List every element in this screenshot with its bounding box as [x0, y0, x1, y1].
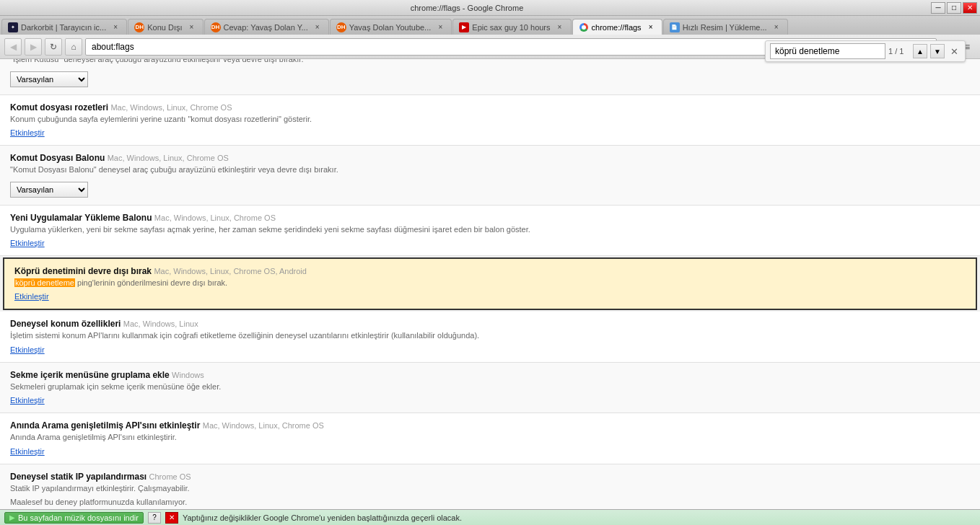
tab-darkorbit-label: Darkorbit | Tarayıcın ic... [21, 23, 106, 32]
flag-section-flag-yeni-uygulama: Yeni Uygulamalar Yükleme Balonu Mac, Win… [0, 206, 980, 256]
tab-hizliresim-close[interactable]: × [771, 22, 782, 32]
titlebar-title: chrome://flags - Google Chrome [3, 4, 931, 12]
tab-darkorbit[interactable]: ✦Darkorbit | Tarayıcın ic...× [1, 19, 127, 35]
titlebar-controls: ─ □ ✕ [931, 2, 977, 14]
flag-section-flag-aninda-arama: Anında Arama genişletilmiş API'sını etki… [0, 413, 980, 464]
flag-link-flag-komut-rozet[interactable]: Etkinleştir [10, 128, 45, 137]
flag-title-flag-komut-rozet: Komut dosyası rozetleri Mac, Windows, Li… [10, 102, 970, 112]
flag-desc-flag-komut-balon: "Komut Dosyası Balonu" deneysel araç çub… [10, 164, 970, 175]
tab-epicsax-label: Epic sax guy 10 hours [472, 23, 550, 32]
tabbar: ✦Darkorbit | Tarayıcın ic...×DHKonu Dışı… [0, 16, 980, 35]
tab-hizliresim[interactable]: 📄Hızlı Resim | Yükleme...× [663, 19, 788, 35]
reload-button[interactable]: ↻ [45, 38, 62, 56]
forward-button[interactable]: ▶ [25, 38, 42, 56]
flag-title-flag-kopru: Köprü denetimini devre dışı bırak Mac, W… [14, 266, 966, 276]
flag-link-flag-aninda-arama[interactable]: Etkinleştir [10, 447, 45, 456]
tab-flags-close[interactable]: × [646, 22, 656, 32]
play-icon: ▶ [9, 513, 15, 521]
tab-flags-favicon [579, 22, 589, 32]
tab-konudisi-close[interactable]: × [187, 22, 197, 32]
flag-section-flag-sekme-menu: Sekme içerik menüsüne gruplama ekle Wind… [0, 363, 980, 413]
flag-title-flag-konum: Deneysel konum özellikleri Mac, Windows,… [10, 319, 970, 329]
tab-yavas-label: Yavaş Dolan Youtube... [349, 23, 432, 32]
tab-hizliresim-favicon: 📄 [670, 22, 680, 32]
flag-link-flag-sekme-menu[interactable]: Etkinleştir [10, 396, 45, 405]
search-next-button[interactable]: ▼ [930, 44, 945, 58]
flag-title-flag-komut-balon: Komut Dosyası Balonu Mac, Windows, Linux… [10, 153, 970, 163]
flag-title-flag-yeni-uygulama: Yeni Uygulamalar Yükleme Balonu Mac, Win… [10, 213, 970, 223]
tab-flags-label: chrome://flags [592, 23, 642, 32]
tab-yavas-favicon: DH [336, 22, 346, 32]
search-input[interactable] [770, 43, 885, 59]
flag-desc-flag-komut-rozet: Konum çubuğunda sayfa eylemlerini yerine… [10, 114, 970, 125]
tab-yavas-close[interactable]: × [435, 22, 445, 32]
titlebar: chrome://flags - Google Chrome ─ □ ✕ [0, 0, 980, 16]
bottom-warning-text: Yaptığınız değişiklikler Google Chrome'u… [183, 513, 462, 522]
flag-desc-flag-sekme-menu: Sekmeleri gruplamak için sekme içerik me… [10, 381, 970, 392]
music-download-button[interactable]: ▶ Bu sayfadan müzik dosyasını indir [4, 512, 144, 524]
flag-select-flag-komut-balon[interactable]: VarsayılanEtkinleştirDevre dışı bırak [10, 182, 88, 198]
flag-section-flag-statik-ip: Deneysel statik IP yapılandırması Chrome… [0, 464, 980, 509]
music-btn-label: Bu sayfadan müzik dosyasını indir [18, 513, 139, 522]
flag-desc-line-flag-statik-ip: Statik IP yapılandırmayı etkinleştirir. … [10, 483, 970, 494]
tab-cevap-close[interactable]: × [312, 22, 323, 32]
flag-section-flag-konum: Deneysel konum özellikleri Mac, Windows,… [0, 312, 980, 362]
flag-select-flag-islem-kutusu[interactable]: VarsayılanEtkinleştirDevre dışı bırak [10, 71, 88, 87]
tab-darkorbit-close[interactable]: × [110, 22, 121, 32]
flag-desc-flag-yeni-uygulama: Uygulama yüklerken, yeni bir sekme sayfa… [10, 224, 970, 235]
flag-section-flag-komut-rozet: Komut dosyası rozetleri Mac, Windows, Li… [0, 95, 980, 146]
flag-desc-flag-konum: İşletim sistemi konum API'larını kullanm… [10, 330, 970, 341]
search-overlay: 1 / 1 ▲ ▼ ✕ [765, 40, 966, 62]
tab-yavas[interactable]: DHYavaş Dolan Youtube...× [330, 19, 452, 35]
tab-epicsax-favicon: ▶ [459, 22, 469, 32]
tab-cevap-label: Cevap: Yavaş Dolan Y... [224, 23, 308, 32]
flag-section-flag-komut-balon: Komut Dosyası Balonu Mac, Windows, Linux… [0, 146, 980, 205]
tab-epicsax[interactable]: ▶Epic sax guy 10 hours× [452, 19, 571, 35]
search-close-button[interactable]: ✕ [948, 45, 961, 58]
tab-konudisi[interactable]: DHKonu Dışı× [128, 19, 203, 35]
tab-cevap[interactable]: DHCevap: Yavaş Dolan Y...× [204, 19, 329, 35]
tab-epicsax-close[interactable]: × [555, 22, 565, 32]
bottom-close-button[interactable]: ✕ [165, 512, 178, 524]
tab-konudisi-favicon: DH [134, 22, 144, 32]
bottom-bar: ▶ Bu sayfadan müzik dosyasını indir ? ✕ … [0, 509, 980, 525]
home-button[interactable]: ⌂ [65, 38, 82, 56]
flag-title-flag-sekme-menu: Sekme içerik menüsüne gruplama ekle Wind… [10, 370, 970, 380]
main-content: Taşımacılık Native Eklem desteğini etkin… [0, 59, 980, 509]
tab-darkorbit-favicon: ✦ [8, 22, 18, 32]
search-count: 1 / 1 [888, 47, 910, 56]
flag-desc-flag-kopru: köprü denetleme ping'lerinin gönderilmes… [14, 278, 966, 288]
flag-link-flag-kopru[interactable]: Etkinleştir [14, 292, 49, 301]
maximize-button[interactable]: □ [947, 2, 961, 14]
tab-hizliresim-label: Hızlı Resim | Yükleme... [683, 23, 767, 32]
flag-section-flag-islem-kutusu: İşlem kutusu Mac, Windows, Linux, Chrome… [0, 59, 980, 95]
flag-title-flag-statik-ip: Deneysel statik IP yapılandırması Chrome… [10, 472, 970, 482]
tab-flags[interactable]: chrome://flags× [572, 19, 662, 35]
flag-desc-line-flag-statik-ip: Maalesef bu deney platformunuzda kullanı… [10, 497, 970, 508]
flag-section-flag-kopru: Köprü denetimini devre dışı bırak Mac, W… [3, 257, 977, 310]
help-button[interactable]: ? [148, 512, 161, 524]
flag-title-flag-aninda-arama: Anında Arama genişletilmiş API'sını etki… [10, 420, 970, 431]
flag-link-flag-konum[interactable]: Etkinleştir [10, 345, 45, 354]
tab-cevap-favicon: DH [211, 22, 221, 32]
close-button[interactable]: ✕ [963, 2, 977, 14]
minimize-button[interactable]: ─ [931, 2, 945, 14]
back-button[interactable]: ◀ [4, 38, 22, 56]
search-prev-button[interactable]: ▲ [913, 44, 927, 58]
tab-konudisi-label: Konu Dışı [147, 23, 182, 32]
flag-desc-flag-aninda-arama: Anında Arama genişletilmiş API'sını etki… [10, 432, 970, 443]
flag-link-flag-yeni-uygulama[interactable]: Etkinleştir [10, 239, 45, 247]
